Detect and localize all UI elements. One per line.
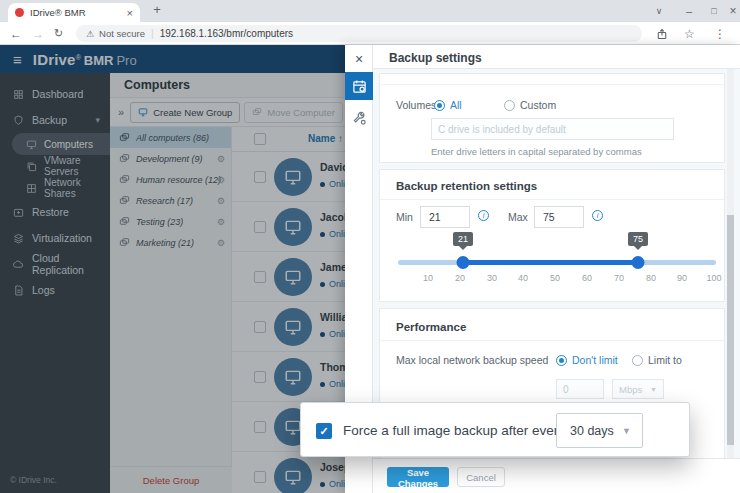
force-full-backup-checkbox[interactable] [316,423,332,439]
slider-tick-label: 10 [423,273,433,283]
force-full-backup-callout: Force a full image backup after every 30… [300,402,690,457]
tab-title: IDrive® BMR [30,7,123,18]
unit-label: Mbps [619,384,642,395]
drive-letters-input[interactable] [431,118,674,140]
section-title: Backup retention settings [396,180,537,192]
wrench-icon [352,111,367,126]
slider-tick-label: 40 [518,273,528,283]
slider-min-handle[interactable] [457,256,470,269]
slider-tick-label: 90 [677,273,687,283]
slider-tick-label: 100 [706,273,721,283]
min-info-icon[interactable]: i [478,210,489,221]
window-minimize-button[interactable]: – [678,0,700,22]
slider-fill [463,260,638,265]
drawer-close-icon[interactable]: × [345,51,373,67]
window-maximize-button[interactable]: □ [703,0,725,22]
drawer-title: Backup settings [389,51,482,65]
limit-value-input[interactable]: 0 [556,379,604,399]
tab-advanced-settings[interactable] [345,104,373,132]
slider-tick-label: 80 [646,273,656,283]
url-text: 192.168.1.163/bmr/computers [160,28,293,39]
drawer-header: Backup settings [373,45,740,69]
min-label: Min [396,211,413,223]
share-icon[interactable] [656,22,668,45]
scrollbar-thumb[interactable] [727,215,734,445]
forward-button[interactable]: → [32,22,44,45]
dont-limit-label[interactable]: Don't limit [572,354,618,366]
back-button[interactable]: ← [10,22,22,45]
address-separator: | [151,28,154,39]
slider-tick-label: 50 [550,273,560,283]
slider-tick-label: 60 [582,273,592,283]
volumes-section: Volumes : All Custom Enter drive letters… [379,73,725,163]
tab-search-chevron-icon[interactable]: ∨ [648,0,670,22]
security-label: Not secure [99,28,145,39]
volumes-all-label[interactable]: All [450,99,462,111]
max-info-icon[interactable]: i [592,210,603,221]
tab-close-icon[interactable]: × [127,7,133,19]
refresh-button[interactable]: ↻ [54,22,63,45]
limit-to-label[interactable]: Limit to [648,354,682,366]
volumes-custom-radio[interactable] [504,100,515,111]
drawer-footer: Save Changes Cancel [373,458,740,493]
browser-window: IDrive® BMR × + ∨ – □ × ← → ↻ ⚠ Not secu… [0,0,740,493]
bookmark-star-icon[interactable]: ☆ [684,22,695,45]
site-favicon-icon [15,8,24,17]
retention-section: Backup retention settings Min 21 i Max 7… [379,169,725,302]
interval-value: 30 days [570,424,614,438]
window-close-button[interactable]: × [726,0,740,22]
calendar-settings-icon [352,79,367,94]
volumes-all-radio[interactable] [434,100,445,111]
section-title: Performance [396,321,466,333]
tab-strip: IDrive® BMR × + ∨ – □ × [0,0,740,22]
browser-tab[interactable]: IDrive® BMR × [8,3,140,22]
browser-toolbar: ← → ↻ ⚠ Not secure | 192.168.1.163/bmr/c… [0,22,740,45]
force-full-backup-label: Force a full image backup after every [343,403,565,458]
max-handle-tooltip: 75 [628,232,648,246]
min-handle-tooltip: 21 [453,232,473,246]
slider-tick-label: 30 [487,273,497,283]
min-input[interactable]: 21 [420,206,470,228]
drive-letters-helper-text: Enter drive letters in capital separated… [431,146,642,157]
address-bar[interactable]: ⚠ Not secure | 192.168.1.163/bmr/compute… [76,25,642,42]
caret-down-icon: ▼ [622,426,631,436]
limit-to-radio[interactable] [632,355,643,366]
volumes-custom-label[interactable]: Custom [520,99,556,111]
not-secure-warning-icon: ⚠ [86,29,94,39]
speed-label: Max local network backup speed [396,354,548,366]
save-changes-button[interactable]: Save Changes [387,467,449,487]
drawer-body: Volumes : All Custom Enter drive letters… [373,69,740,458]
cancel-button[interactable]: Cancel [457,467,505,487]
browser-menu-icon[interactable]: ⋮ [714,22,726,45]
modal-dim-overlay [0,45,345,493]
speed-unit-select[interactable]: Mbps ▼ [612,379,664,399]
slider-tick-label: 70 [614,273,624,283]
tab-backup-settings[interactable] [345,72,373,100]
dont-limit-radio[interactable] [556,355,567,366]
retention-range-slider: 21 75 10 20 30 40 50 60 70 80 90 100 [380,232,724,296]
slider-max-handle[interactable] [632,256,645,269]
backup-interval-select[interactable]: 30 days ▼ [556,413,643,448]
drawer-scrollbar[interactable] [727,69,734,458]
caret-down-icon: ▼ [650,386,657,393]
slider-tick-label: 20 [455,273,465,283]
max-input[interactable]: 75 [534,206,584,228]
new-tab-button[interactable]: + [148,2,166,17]
max-label: Max [508,211,528,223]
